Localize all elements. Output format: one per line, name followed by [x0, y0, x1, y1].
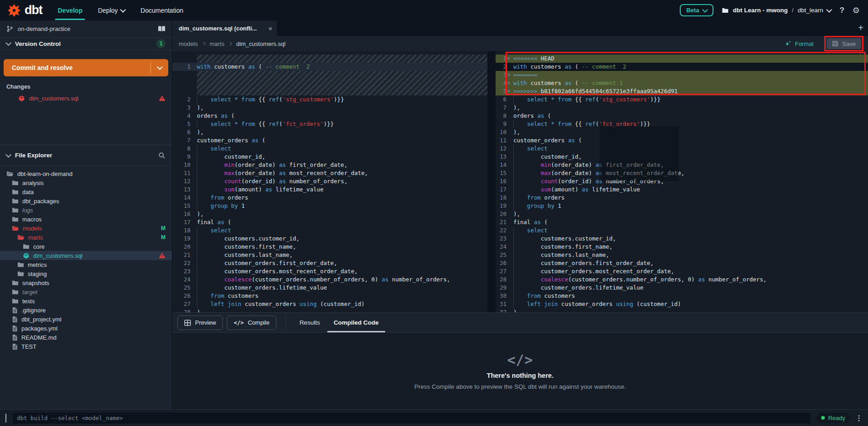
- tree-item-core[interactable]: core: [0, 242, 172, 251]
- chevron-right-icon: [228, 42, 232, 45]
- diff-editor[interactable]: 1with customers as ( -- comment 22 selec…: [172, 51, 868, 312]
- line-number: 6: [172, 128, 197, 136]
- tree-item-analysis[interactable]: analysis: [0, 178, 172, 187]
- settings-gear-icon[interactable]: ⚙: [853, 5, 860, 15]
- help-icon[interactable]: ?: [839, 6, 844, 15]
- added-line-marker: [507, 267, 513, 276]
- line-number: 20: [172, 243, 197, 251]
- tree-item-dbt_project.yml[interactable]: dbt_project.yml: [0, 315, 172, 324]
- code-line: 5 select * from {{ ref('fct_orders')}}: [172, 120, 487, 128]
- commit-options-caret[interactable]: [151, 62, 168, 73]
- save-button[interactable]: Save: [827, 38, 861, 49]
- format-button[interactable]: Format: [784, 40, 813, 47]
- version-control-header[interactable]: Version Control 1: [0, 38, 172, 50]
- tree-item-marts[interactable]: martsM: [0, 233, 172, 242]
- tree-item-data[interactable]: data: [0, 187, 172, 196]
- preview-button[interactable]: Preview: [177, 316, 223, 330]
- added-line-marker: +: [507, 71, 513, 79]
- tree-item-label: analysis: [22, 180, 166, 186]
- dbt-logo[interactable]: dbt: [7, 3, 42, 17]
- line-number: 19: [172, 235, 197, 243]
- tab-dim-customers[interactable]: dim_customers.sql (confli... ×: [172, 20, 277, 36]
- code-line: 27 customer_orders.most_recent_order_dat…: [496, 267, 868, 276]
- line-number: 2: [496, 63, 507, 71]
- line-number: 19: [496, 202, 507, 210]
- changed-file-name: dim_customers.sql: [29, 95, 155, 102]
- command-input[interactable]: [12, 412, 811, 424]
- file-explorer-header[interactable]: File Explorer: [0, 145, 172, 166]
- diff-pane-result[interactable]: 1+<<<<<<< HEAD2with customers as ( -- co…: [496, 51, 868, 312]
- commit-and-resolve-button[interactable]: Commit and resolve: [4, 59, 168, 76]
- line-number: 18: [496, 194, 507, 202]
- tree-item-target[interactable]: target: [0, 287, 172, 296]
- tree-item-staging[interactable]: staging: [0, 269, 172, 278]
- kebab-menu-icon[interactable]: ⋮: [855, 414, 863, 422]
- code-line: 31 left join customer_orders using (cust…: [496, 300, 868, 308]
- tree-item-TEST[interactable]: TEST: [0, 342, 172, 351]
- new-tab-plus-icon[interactable]: +: [858, 23, 863, 33]
- folder-icon: [17, 271, 24, 277]
- file-tree[interactable]: dbt-learn-on-demandanalysisdatadbt_packa…: [0, 166, 172, 351]
- added-line-marker: [507, 235, 513, 243]
- added-line-marker: [507, 95, 513, 104]
- code-line: 8orders as (: [496, 112, 868, 120]
- tree-item-packages.yml[interactable]: packages.yml: [0, 324, 172, 333]
- tree-item-models[interactable]: modelsM: [0, 224, 172, 233]
- tab-results[interactable]: Results: [300, 313, 320, 332]
- docs-book-icon[interactable]: [158, 25, 166, 32]
- tree-item-macros[interactable]: macros: [0, 215, 172, 224]
- ready-label: Ready: [828, 415, 845, 421]
- added-line-marker: [507, 153, 513, 161]
- line-number: 9: [496, 120, 507, 128]
- line-number: 18: [172, 226, 197, 235]
- tree-item-logs[interactable]: logs: [0, 205, 172, 215]
- nav-develop[interactable]: Develop: [58, 0, 82, 20]
- diff-pane-current[interactable]: 1with customers as ( -- comment 22 selec…: [172, 51, 487, 312]
- search-icon[interactable]: [158, 152, 166, 159]
- nav-documentation[interactable]: Documentation: [140, 0, 183, 20]
- chevron-up-icon[interactable]: [5, 414, 6, 422]
- code-line: 28): [172, 308, 487, 312]
- file-icon: [12, 307, 18, 314]
- tree-item-README.md[interactable]: README.md: [0, 333, 172, 342]
- account-project-switcher[interactable]: dbt Learn - mwong / dbt_learn: [722, 7, 832, 14]
- line-number: 1: [496, 55, 507, 63]
- code-line: 9 customer_id,: [172, 153, 487, 161]
- nav-deploy[interactable]: Deploy: [98, 0, 125, 20]
- tab-close-icon[interactable]: ×: [268, 25, 272, 32]
- git-branch-icon: [6, 25, 13, 32]
- line-number: 25: [172, 284, 197, 292]
- code-line: 24 coalesce(customer_orders.number_of_or…: [172, 276, 487, 284]
- line-number: 14: [172, 194, 197, 202]
- tree-item-metrics[interactable]: metrics: [0, 260, 172, 269]
- breadcrumb-marts[interactable]: marts: [210, 40, 225, 47]
- branch-row[interactable]: on-demand-practice: [0, 20, 172, 38]
- compile-button[interactable]: </> Compile: [227, 316, 276, 330]
- code-line: 13 customer_id,: [496, 153, 868, 161]
- breadcrumb-file[interactable]: dim_customers.sql: [236, 40, 285, 47]
- tree-item-dbt-learn-on-demand[interactable]: dbt-learn-on-demand: [0, 169, 172, 178]
- folder-icon: [17, 261, 24, 268]
- tab-compiled-code[interactable]: Compiled Code: [334, 313, 379, 332]
- chevron-down-icon: [5, 152, 11, 158]
- tree-item-label: dbt_packages: [22, 198, 166, 205]
- tree-item-.gitignore[interactable]: .gitignore: [0, 306, 172, 315]
- code-line: 18 from orders: [496, 194, 868, 202]
- code-line: 16 count(order_id) as number_of_orders,: [496, 177, 868, 185]
- code-line: 12 count(order_id) as number_of_orders,: [172, 177, 487, 185]
- diff-pane-separator[interactable]: [487, 51, 496, 312]
- added-line-marker: [507, 276, 513, 284]
- breadcrumb-models[interactable]: models: [179, 40, 198, 47]
- tree-item-dbt_packages[interactable]: dbt_packages: [0, 196, 172, 205]
- sidebar: on-demand-practice Version Control 1 Com…: [0, 20, 172, 409]
- line-number: 8: [496, 112, 507, 120]
- tree-item-label: logs: [22, 207, 166, 214]
- tree-item-tests[interactable]: tests: [0, 296, 172, 306]
- changed-file-row[interactable]: dim_customers.sql: [0, 94, 172, 103]
- beta-dropdown[interactable]: Beta: [680, 4, 713, 16]
- code-brackets-icon: </>: [234, 320, 244, 326]
- tree-item-snapshots[interactable]: snapshots: [0, 278, 172, 287]
- added-line-marker: +: [507, 55, 513, 63]
- tree-item-dim_customers.sql[interactable]: dim_customers.sql: [0, 251, 172, 260]
- code-line: 25 customer_orders.lifetime_value: [172, 284, 487, 292]
